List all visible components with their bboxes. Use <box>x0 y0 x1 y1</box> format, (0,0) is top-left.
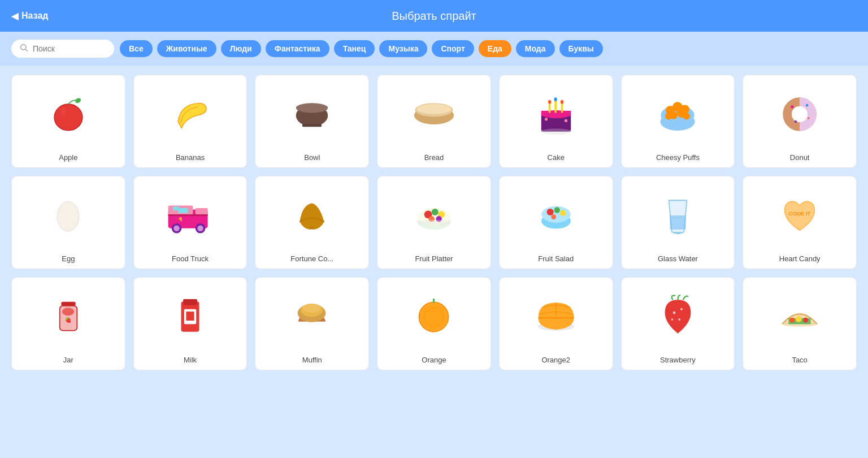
sprite-image-glass-water <box>626 183 730 248</box>
sprite-card-strawberry[interactable]: Strawberry <box>621 277 735 370</box>
svg-point-23 <box>565 119 567 122</box>
svg-point-60 <box>418 219 451 225</box>
sprite-label-donut: Donut <box>790 153 810 162</box>
sprite-image-muffin <box>260 284 364 349</box>
sprite-card-bananas[interactable]: Bananas <box>133 75 248 168</box>
sprite-card-fortune-cookie[interactable]: Fortune Co... <box>255 176 369 269</box>
sprite-card-apple[interactable]: Apple <box>11 75 125 168</box>
sprite-image-taco <box>748 284 852 349</box>
sprite-card-glass-water[interactable]: Glass Water <box>621 176 735 269</box>
toolbar: ВсеЖивотныеЛюдиФантастикаТанецМузыкаСпор… <box>0 32 868 66</box>
sprite-image-fortune-cookie <box>260 183 364 248</box>
sprite-label-bread: Bread <box>424 153 444 162</box>
svg-point-91 <box>789 318 795 323</box>
sprite-card-cake[interactable]: Cake <box>499 75 613 168</box>
svg-point-37 <box>806 104 808 106</box>
sprite-label-taco: Taco <box>792 356 807 364</box>
sprite-image-fruit-platter <box>382 183 486 248</box>
category-btn-letters[interactable]: Буквы <box>559 40 603 57</box>
svg-rect-76 <box>186 312 194 321</box>
svg-point-92 <box>796 316 802 322</box>
category-btn-fashion[interactable]: Мода <box>516 40 555 57</box>
category-btn-people[interactable]: Люди <box>221 40 261 57</box>
search-input[interactable] <box>33 44 106 53</box>
svg-point-88 <box>671 318 673 320</box>
svg-point-39 <box>795 120 797 123</box>
svg-point-7 <box>296 103 328 113</box>
sprite-image-milk <box>138 284 242 349</box>
svg-point-65 <box>551 214 556 219</box>
back-button[interactable]: ◀ Назад <box>11 11 48 21</box>
sprite-image-heart-candy: CODE IT <box>748 183 852 248</box>
svg-point-5 <box>60 107 66 116</box>
sprite-label-bowl: Bowl <box>304 153 320 162</box>
sprite-label-bananas: Bananas <box>176 153 205 162</box>
sprite-card-bowl[interactable]: Bowl <box>255 75 369 168</box>
sprite-card-donut[interactable]: Donut <box>743 75 857 168</box>
svg-point-47 <box>173 226 180 232</box>
sprite-image-egg <box>16 183 120 248</box>
sprite-card-cheesy-puffs[interactable]: Cheesy Puffs <box>621 75 735 168</box>
svg-point-19 <box>548 100 551 104</box>
svg-rect-8 <box>302 124 322 127</box>
svg-point-81 <box>422 304 447 330</box>
sprite-image-bowl <box>260 82 364 146</box>
sprite-label-glass-water: Glass Water <box>658 254 698 263</box>
sprite-card-taco[interactable]: Taco <box>743 277 857 370</box>
sprite-image-cheesy-puffs <box>626 82 730 146</box>
category-buttons: ВсеЖивотныеЛюдиФантастикаТанецМузыкаСпор… <box>120 40 603 57</box>
svg-point-64 <box>560 210 566 215</box>
svg-point-22 <box>545 118 548 120</box>
sprite-label-orange2: Orange2 <box>541 356 570 364</box>
svg-point-0 <box>21 45 26 50</box>
sprite-card-heart-candy[interactable]: CODE ITHeart Candy <box>743 176 857 269</box>
sprite-label-strawberry: Strawberry <box>660 356 696 364</box>
sprite-card-jar[interactable]: 🍓Jar <box>11 277 125 370</box>
sprite-image-orange <box>382 284 486 349</box>
sprite-image-fruit-salad <box>504 183 608 248</box>
category-btn-all[interactable]: Все <box>120 40 153 57</box>
sprite-label-jar: Jar <box>63 356 73 364</box>
category-btn-sport[interactable]: Спорт <box>432 40 474 57</box>
sprite-card-orange[interactable]: Orange <box>377 277 491 370</box>
sprite-image-food-truck: 🍕 <box>138 183 242 248</box>
svg-point-21 <box>561 100 563 104</box>
sprite-image-jar: 🍓 <box>16 284 120 349</box>
search-icon <box>19 43 28 54</box>
search-box[interactable] <box>11 40 114 58</box>
svg-rect-44 <box>195 208 207 214</box>
sprite-image-apple <box>16 82 120 146</box>
sprite-card-muffin[interactable]: Muffin <box>255 277 369 370</box>
category-btn-music[interactable]: Музыка <box>379 40 427 57</box>
svg-line-1 <box>25 49 28 51</box>
sprite-card-fruit-platter[interactable]: Fruit Platter <box>377 176 491 269</box>
sprite-label-cheesy-puffs: Cheesy Puffs <box>656 153 700 162</box>
sprite-card-milk[interactable]: Milk <box>133 277 248 370</box>
svg-text:🍕: 🍕 <box>178 217 183 222</box>
sprite-card-bread[interactable]: Bread <box>377 75 491 168</box>
sprite-card-orange2[interactable]: Orange2 <box>499 277 613 370</box>
sprite-image-bananas <box>138 82 242 146</box>
sprite-card-egg[interactable]: Egg <box>11 176 125 269</box>
page-title: Выбрать спрайт <box>392 10 476 23</box>
category-btn-food[interactable]: Еда <box>479 40 511 57</box>
sprite-card-food-truck[interactable]: 🍕Food Truck <box>133 176 248 269</box>
sprite-image-bread <box>382 82 486 146</box>
sprite-image-donut <box>748 82 852 146</box>
sprite-label-milk: Milk <box>184 356 197 364</box>
category-btn-fantasy[interactable]: Фантастика <box>266 40 329 57</box>
sprite-image-cake <box>504 82 608 146</box>
sprite-grid: AppleBananasBowlBreadCakeCheesy PuffsDon… <box>0 66 868 379</box>
svg-rect-17 <box>554 100 557 113</box>
svg-point-31 <box>666 113 672 119</box>
sprite-card-fruit-salad[interactable]: Fruit Salad <box>499 176 613 269</box>
svg-point-71 <box>62 308 74 316</box>
svg-point-35 <box>792 106 808 122</box>
sprite-label-muffin: Muffin <box>302 356 322 364</box>
category-btn-animals[interactable]: Животные <box>157 40 216 57</box>
svg-rect-45 <box>178 208 188 213</box>
sprite-label-cake: Cake <box>548 153 565 162</box>
svg-rect-51 <box>173 206 179 210</box>
svg-rect-74 <box>183 299 197 305</box>
category-btn-dance[interactable]: Танец <box>334 40 375 57</box>
